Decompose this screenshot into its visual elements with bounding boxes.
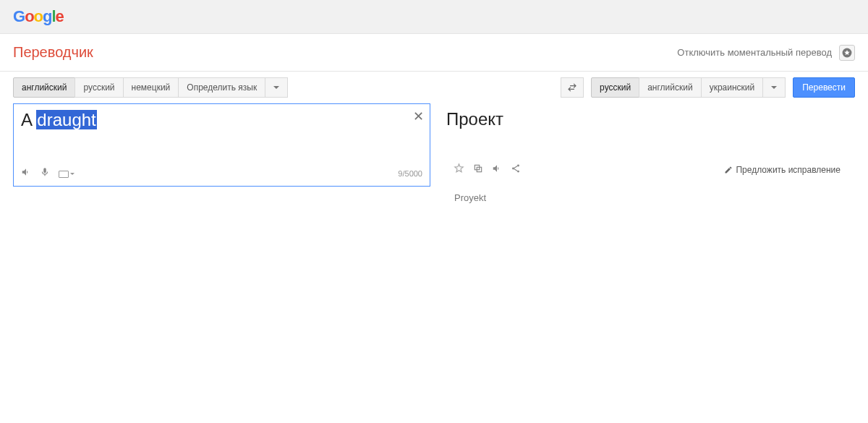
- listen-source-button[interactable]: [21, 167, 31, 180]
- result-panel: Проект Предложить исправление: [439, 103, 855, 187]
- tgt-lang-more[interactable]: [762, 77, 786, 98]
- chevron-down-icon: [771, 86, 777, 89]
- suggest-edit-button[interactable]: Предложить исправление: [724, 165, 841, 175]
- save-translation-button[interactable]: [454, 163, 464, 176]
- source-panel: A draught ✕ 9/5000: [13, 103, 430, 187]
- tgt-lang-english[interactable]: английский: [639, 77, 701, 98]
- translate-button[interactable]: Перевести: [793, 77, 855, 98]
- speaker-icon: [492, 163, 502, 174]
- pencil-icon: [724, 166, 733, 174]
- char-count: 9/5000: [398, 169, 422, 178]
- panels: A draught ✕ 9/5000 Проект Предложить исп…: [0, 103, 868, 187]
- language-row: английский русский немецкий Определить я…: [0, 72, 868, 103]
- keyboard-icon: [59, 171, 69, 178]
- listen-translation-button[interactable]: [492, 163, 502, 176]
- source-lang-tabs: английский русский немецкий Определить я…: [13, 77, 288, 98]
- star-outline-icon: [454, 163, 464, 174]
- keyboard-button[interactable]: [59, 167, 75, 180]
- clear-input-button[interactable]: ✕: [413, 108, 424, 124]
- tgt-lang-ukrainian[interactable]: украинский: [701, 77, 764, 98]
- translation-output: Проект: [446, 109, 848, 129]
- app-title[interactable]: Переводчик: [13, 44, 93, 61]
- target-lang-tabs: русский английский украинский: [591, 77, 786, 98]
- src-lang-english[interactable]: английский: [13, 77, 75, 98]
- speaker-icon: [21, 167, 31, 177]
- phrasebook-button[interactable]: [839, 45, 855, 61]
- tgt-lang-russian[interactable]: русский: [591, 77, 639, 98]
- chevron-down-icon: [273, 86, 279, 89]
- copy-translation-button[interactable]: [473, 163, 483, 176]
- share-icon: [511, 163, 521, 174]
- share-button[interactable]: [511, 163, 521, 176]
- src-lang-detect[interactable]: Определить язык: [178, 77, 265, 98]
- voice-input-button[interactable]: [40, 167, 50, 180]
- source-text-selection: draught: [36, 110, 96, 129]
- src-lang-german[interactable]: немецкий: [123, 77, 179, 98]
- src-lang-russian[interactable]: русский: [75, 77, 123, 98]
- copy-icon: [473, 163, 483, 174]
- transliteration: Proyekt: [434, 187, 868, 209]
- source-text-input[interactable]: A draught: [21, 110, 422, 131]
- disable-instant-link[interactable]: Отключить моментальный перевод: [677, 47, 832, 58]
- star-icon: [842, 48, 852, 58]
- src-lang-more[interactable]: [265, 77, 288, 98]
- google-logo[interactable]: Google: [13, 7, 64, 25]
- microphone-icon: [40, 167, 50, 177]
- chevron-down-icon: [70, 173, 75, 175]
- source-text-prefix: A: [21, 110, 36, 129]
- top-bar: Google: [0, 0, 868, 34]
- title-bar: Переводчик Отключить моментальный перево…: [0, 34, 868, 72]
- swap-languages-button[interactable]: [561, 77, 584, 98]
- swap-icon: [566, 82, 578, 93]
